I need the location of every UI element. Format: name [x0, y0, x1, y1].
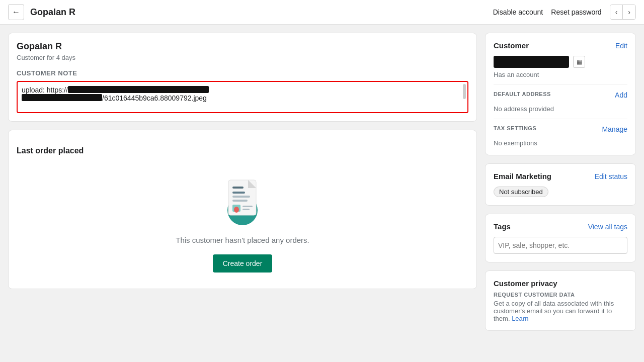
tax-settings-header: TAX SETTINGS Manage	[494, 125, 627, 133]
tags-title: Tags	[494, 222, 511, 231]
customer-note-wrapper: upload: https:// /61c016445b9ca6.8800979…	[17, 81, 468, 113]
customer-name: Gopalan R	[17, 41, 468, 52]
has-account-text: Has an account	[494, 71, 627, 78]
tax-settings-section: TAX SETTINGS Manage No exemptions	[494, 119, 627, 147]
email-marketing-header: Email Marketing Edit status	[494, 172, 627, 180]
svg-rect-9	[243, 206, 253, 207]
customer-section-title: Customer	[494, 41, 529, 50]
privacy-title: Customer privacy	[494, 279, 627, 288]
tags-header: Tags View all tags	[494, 222, 627, 231]
scrollbar-thumb	[463, 84, 466, 99]
no-address-text: No address provided	[494, 105, 627, 113]
back-button[interactable]: ←	[8, 4, 24, 20]
svg-point-8	[234, 207, 239, 213]
default-address-label: DEFAULT ADDRESS	[494, 91, 551, 97]
svg-rect-10	[243, 209, 250, 210]
tags-input[interactable]	[494, 237, 627, 254]
note-url-redacted	[68, 86, 209, 93]
svg-rect-6	[232, 200, 248, 202]
manage-tax-link[interactable]: Manage	[602, 125, 627, 133]
no-exemptions-text: No exemptions	[494, 139, 627, 147]
customer-email-redacted	[494, 56, 569, 68]
note-suffix-redacted	[22, 94, 102, 101]
view-all-tags-link[interactable]: View all tags	[588, 223, 627, 231]
customer-section-card: Customer Edit ▦ Has an account DEFAULT A…	[485, 33, 636, 155]
right-column: Customer Edit ▦ Has an account DEFAULT A…	[485, 33, 636, 331]
email-marketing-card: Email Marketing Edit status Not subscrib…	[485, 163, 636, 206]
last-order-title: Last order placed	[17, 146, 84, 155]
top-bar: ← Gopalan R Disable account Reset passwo…	[0, 0, 644, 25]
edit-customer-link[interactable]: Edit	[615, 42, 627, 50]
svg-rect-5	[232, 196, 250, 198]
last-order-card: Last order placed	[8, 130, 477, 289]
copy-icon[interactable]: ▦	[573, 56, 585, 68]
note-suffix: /61c016445b9ca6.88009792.jpeg	[102, 94, 207, 102]
tags-card: Tags View all tags	[485, 214, 636, 262]
svg-rect-11	[232, 187, 244, 189]
create-order-button[interactable]: Create order	[213, 254, 273, 273]
email-marketing-title: Email Marketing	[494, 172, 551, 180]
customer-privacy-card: Customer privacy REQUEST CUSTOMER DATA G…	[485, 270, 636, 331]
main-layout: Gopalan R Customer for 4 days Customer N…	[0, 25, 644, 339]
disable-account-link[interactable]: Disable account	[493, 8, 543, 16]
note-prefix: upload: https://	[22, 86, 68, 94]
add-address-link[interactable]: Add	[615, 91, 627, 99]
svg-rect-4	[232, 192, 245, 194]
next-button[interactable]: ›	[623, 5, 635, 19]
customer-note-label: Customer Note	[17, 69, 468, 77]
default-address-section: DEFAULT ADDRESS Add No address provided	[494, 84, 627, 113]
top-bar-actions: Disable account Reset password ‹ ›	[493, 5, 636, 20]
empty-state-text: This customer hasn't placed any orders.	[176, 236, 309, 244]
left-column: Gopalan R Customer for 4 days Customer N…	[8, 33, 477, 331]
default-address-header: DEFAULT ADDRESS Add	[494, 91, 627, 99]
empty-state-illustration	[212, 167, 273, 228]
page-title: Gopalan R	[30, 7, 487, 18]
scrollbar	[461, 82, 467, 112]
reset-password-link[interactable]: Reset password	[551, 8, 601, 16]
email-marketing-status-badge: Not subscribed	[494, 187, 548, 197]
prev-button[interactable]: ‹	[610, 5, 623, 19]
edit-status-link[interactable]: Edit status	[595, 172, 627, 180]
customer-since: Customer for 4 days	[17, 54, 468, 61]
customer-section-header: Customer Edit	[494, 41, 627, 50]
request-data-text: Get a copy of all data associated with t…	[494, 300, 627, 322]
request-data-label: REQUEST CUSTOMER DATA	[494, 292, 627, 298]
back-icon: ←	[12, 8, 20, 17]
learn-link[interactable]: Learn	[512, 315, 528, 322]
nav-arrows: ‹ ›	[610, 5, 636, 20]
customer-note-textarea[interactable]: upload: https:// /61c016445b9ca6.8800979…	[18, 82, 467, 112]
customer-info-card: Gopalan R Customer for 4 days Customer N…	[8, 33, 477, 122]
tax-settings-label: TAX SETTINGS	[494, 125, 536, 131]
